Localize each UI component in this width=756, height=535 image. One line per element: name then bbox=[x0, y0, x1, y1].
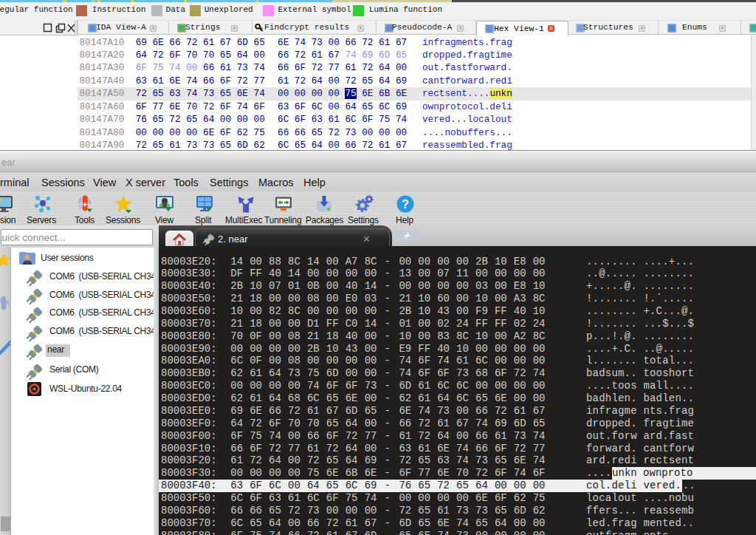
svg-text:?: ? bbox=[402, 198, 409, 211]
